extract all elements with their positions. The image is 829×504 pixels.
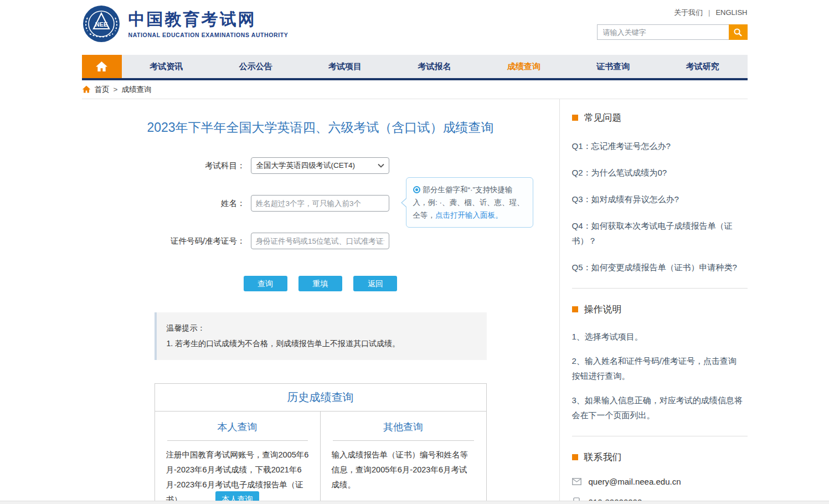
nav-item-announcements[interactable]: 公示公告: [211, 55, 300, 78]
contact-email[interactable]: query@mail.neea.edu.cn: [589, 477, 681, 486]
top-links-separator: |: [708, 8, 710, 17]
instruction-step-3: 3、如果输入信息正确，对应考试的成绩信息将会在下一个页面列出。: [572, 393, 745, 423]
nav-home-button[interactable]: [82, 55, 122, 78]
site-title: 中国教育考试网: [128, 9, 289, 29]
nav-item-exam-programs[interactable]: 考试项目: [300, 55, 389, 78]
site-logo[interactable]: NEE 中国教育考试网 NATIONAL EDUCATION EXAMINATI…: [82, 4, 289, 43]
other-query-title: 其他查询: [333, 420, 474, 441]
faq-section: 常见问题 Q1：忘记准考证号怎么办? Q2：为什么笔试成绩为0? Q3：如对成绩…: [572, 111, 748, 275]
breadcrumb-home-link[interactable]: 首页: [95, 85, 110, 95]
score-query-form: 考试科目： 全国大学英语四级考试(CET4) 姓名： 部分生僻字和“·”支持快捷…: [82, 157, 559, 291]
orange-bullet-icon: [572, 454, 578, 460]
rare-character-tooltip: 部分生僻字和“·”支持快捷输入，例: ·、龚、栶、䜣、恵、瑆、仝等，点击打开输入…: [406, 177, 533, 228]
neea-emblem-icon: NEE: [82, 4, 121, 43]
search-button[interactable]: [729, 24, 748, 40]
nav-item-registration[interactable]: 考试报名: [390, 55, 479, 78]
id-number-label: 证件号码/准考证号：: [82, 233, 251, 249]
site-subtitle: NATIONAL EDUCATION EXAMINATIONS AUTHORIT…: [128, 32, 289, 38]
nav-item-exam-news[interactable]: 考试资讯: [122, 55, 211, 78]
home-icon: [95, 61, 108, 73]
page-title: 2023年下半年全国大学英语四、六级考试（含口试）成绩查询: [82, 119, 559, 136]
main-content: 2023年下半年全国大学英语四、六级考试（含口试）成绩查询 考试科目： 全国大学…: [82, 99, 560, 504]
main-nav: 考试资讯 公示公告 考试项目 考试报名 成绩查询 证书查询 考试研究: [82, 55, 748, 80]
nav-item-certificate-query[interactable]: 证书查询: [569, 55, 658, 78]
instructions-section: 操作说明 1、选择考试项目。 2、输入姓名和证件号码/准考证号，点击查询按钮进行…: [572, 303, 748, 423]
notice-box: 温馨提示： 1. 若考生的口试成绩为不合格，则成绩报告单上不报道其口试成绩。: [155, 312, 487, 360]
exam-subject-label: 考试科目：: [82, 157, 251, 174]
breadcrumb-home-icon: [82, 85, 91, 94]
sidebar-divider: [572, 436, 748, 436]
svg-text:NEE: NEE: [95, 21, 107, 28]
breadcrumb-separator: >: [114, 85, 118, 94]
contact-title: 联系我们: [584, 451, 622, 464]
orange-bullet-icon: [572, 306, 578, 312]
about-us-link[interactable]: 关于我们: [674, 8, 703, 17]
english-link[interactable]: ENGLISH: [715, 8, 747, 17]
other-query-description: 输入成绩报告单（证书）编号和姓名等信息，查询2005年6月-2023年6月考试成…: [332, 448, 475, 492]
breadcrumb-current: 成绩查询: [121, 85, 151, 95]
instructions-title: 操作说明: [584, 303, 622, 316]
orange-bullet-icon: [572, 115, 578, 121]
sidebar: 常见问题 Q1：忘记准考证号怎么办? Q2：为什么笔试成绩为0? Q3：如对成绩…: [560, 99, 748, 504]
faq-item-q3[interactable]: Q3：如对成绩有异议怎么办?: [572, 192, 748, 207]
nav-item-score-query[interactable]: 成绩查询: [479, 55, 568, 78]
header: NEE 中国教育考试网 NATIONAL EDUCATION EXAMINATI…: [82, 0, 748, 55]
exam-subject-selected-value: 全国大学英语四级考试(CET4): [256, 161, 356, 171]
contact-section: 联系我们 query@mail.neea.edu.cn: [572, 451, 748, 504]
name-input[interactable]: [251, 195, 389, 212]
notice-line: 1. 若考生的口试成绩为不合格，则成绩报告单上不报道其口试成绩。: [167, 336, 477, 351]
top-links: 关于我们|ENGLISH: [674, 8, 747, 18]
id-number-input[interactable]: [251, 233, 389, 249]
reset-button[interactable]: 重填: [298, 276, 342, 291]
query-button[interactable]: 查询: [244, 276, 287, 291]
envelope-icon: [572, 478, 581, 485]
history-query-title: 历史成绩查询: [155, 384, 486, 412]
search-input[interactable]: [597, 24, 729, 40]
chevron-down-icon: [378, 163, 384, 168]
search-icon: [733, 28, 743, 37]
search-box: [597, 24, 748, 40]
faq-item-q5[interactable]: Q5：如何变更成绩报告单（证书）申请种类?: [572, 260, 748, 275]
footer-strip: [0, 501, 829, 504]
instruction-step-1: 1、选择考试项目。: [572, 329, 745, 344]
nav-item-exam-research[interactable]: 考试研究: [658, 55, 747, 78]
faq-item-q4[interactable]: Q4：如何获取本次考试电子成绩报告单（证书）？: [572, 218, 738, 248]
radio-dot-icon: [413, 186, 420, 193]
open-input-panel-link[interactable]: 点击打开输入面板。: [435, 211, 503, 219]
back-button[interactable]: 返回: [353, 276, 397, 291]
sidebar-divider: [572, 288, 748, 289]
instruction-step-2: 2、输入姓名和证件号码/准考证号，点击查询按钮进行查询。: [572, 353, 745, 383]
self-query-title: 本人查询: [167, 420, 308, 441]
exam-subject-select[interactable]: 全国大学英语四级考试(CET4): [251, 157, 389, 174]
history-query-panel: 历史成绩查询 本人查询 注册中国教育考试网账号，查询2005年6月-2023年6…: [155, 383, 487, 504]
faq-title: 常见问题: [584, 111, 622, 124]
faq-item-q2[interactable]: Q2：为什么笔试成绩为0?: [572, 165, 748, 180]
breadcrumb: 首页 > 成绩查询: [82, 80, 748, 99]
faq-item-q1[interactable]: Q1：忘记准考证号怎么办?: [572, 138, 748, 153]
self-query-section: 本人查询 注册中国教育考试网账号，查询2005年6月-2023年6月考试成绩，下…: [155, 412, 321, 504]
notice-title: 温馨提示：: [167, 321, 477, 335]
name-label: 姓名：: [82, 195, 251, 212]
other-query-section: 其他查询 输入成绩报告单（证书）编号和姓名等信息，查询2005年6月-2023年…: [321, 412, 486, 504]
